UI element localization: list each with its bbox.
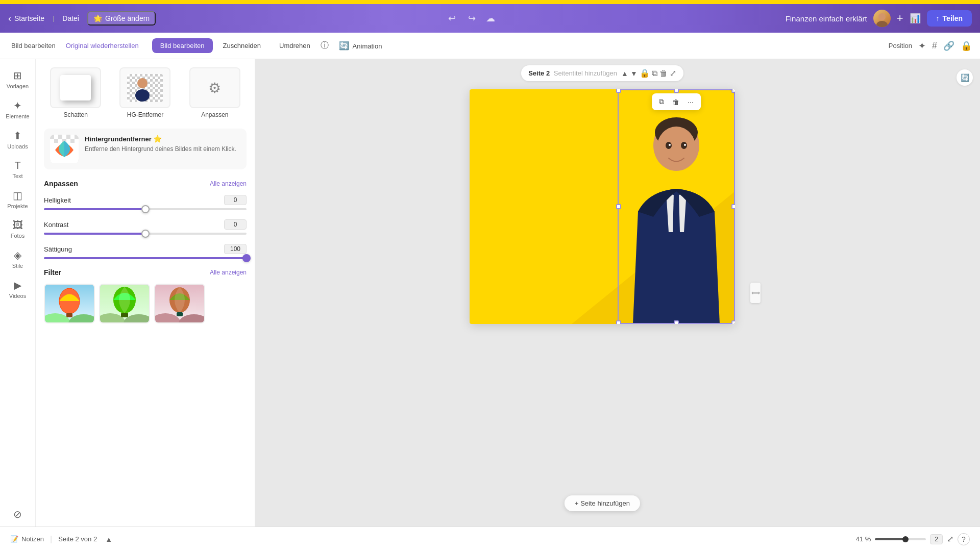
contrast-value[interactable]: 0: [224, 219, 247, 230]
grid-button[interactable]: #: [932, 40, 937, 51]
bg-remover-option[interactable]: HG-Entferner: [119, 67, 170, 118]
brightness-value[interactable]: 0: [224, 195, 247, 205]
float-delete-button[interactable]: 🗑: [669, 96, 682, 108]
help-button[interactable]: ?: [958, 533, 970, 545]
handle-bottom-left[interactable]: [616, 320, 621, 324]
svg-rect-6: [58, 135, 62, 139]
tab-edit-image[interactable]: Bild bearbeiten: [152, 38, 213, 53]
page-down-button[interactable]: ▼: [630, 69, 638, 78]
filter-thumb-1[interactable]: [44, 284, 95, 323]
sidebar-item-elements[interactable]: ✦ Elemente: [0, 95, 35, 123]
sidebar-item-more[interactable]: ⊘: [0, 504, 35, 527]
sidebar-projects-label: Projekte: [7, 203, 28, 209]
sidebar-item-text[interactable]: T Text: [0, 156, 35, 183]
filter-show-all[interactable]: Alle anzeigen: [210, 269, 247, 276]
slide-resize-handle-right[interactable]: ⟺: [750, 283, 761, 303]
right-panel: 🔄: [949, 59, 980, 527]
contrast-slider-row: Kontrast 0: [44, 219, 247, 235]
redo-button[interactable]: ↪: [466, 11, 478, 26]
page-nav-up-button[interactable]: ▲: [103, 533, 114, 545]
adjust-option[interactable]: ⚙ Anpassen: [189, 67, 240, 118]
handle-top-left[interactable]: [616, 89, 621, 93]
notes-button[interactable]: 📝 Notizen: [10, 535, 44, 543]
projects-icon: ◫: [13, 189, 22, 202]
zoom-fill: [875, 538, 905, 540]
fullscreen-button[interactable]: ⤢: [947, 534, 953, 544]
person-image-container[interactable]: 🔄 ⧉ 🗑 ···: [618, 89, 735, 324]
sidebar-item-photos[interactable]: 🖼 Fotos: [0, 215, 35, 243]
handle-bottom-right[interactable]: [731, 320, 735, 324]
zoom-thumb[interactable]: [902, 536, 909, 542]
saturation-track[interactable]: [44, 257, 247, 259]
share-button[interactable]: ↑ Teilen: [927, 10, 972, 27]
lock-button[interactable]: 🔒: [961, 40, 972, 52]
handle-bottom-mid[interactable]: [674, 320, 679, 324]
zoom-slider[interactable]: [875, 538, 926, 540]
right-rotate-button[interactable]: 🔄: [957, 69, 973, 86]
page-expand-button[interactable]: ⤢: [670, 68, 676, 78]
sidebar-templates-label: Vorlagen: [7, 83, 29, 89]
shadow-option[interactable]: Schatten: [50, 67, 101, 118]
sidebar-item-styles[interactable]: ◈ Stile: [0, 245, 35, 273]
edit-image-label: Bild bearbeiten: [8, 40, 59, 52]
resize-button[interactable]: 🌟 Größe ändern: [87, 11, 156, 26]
brightness-track[interactable]: [44, 208, 247, 210]
saturation-label: Sättigung: [44, 245, 72, 253]
add-page-button[interactable]: + Seite hinzufügen: [565, 495, 640, 511]
saturation-value[interactable]: 100: [224, 244, 247, 254]
analytics-button[interactable]: 📊: [910, 13, 921, 24]
text-icon: T: [14, 160, 20, 171]
top-accent-bar: [0, 0, 980, 4]
tab-crop[interactable]: Zuschneiden: [215, 38, 269, 53]
contrast-fill: [44, 233, 145, 235]
zoom-level-label: 41 %: [856, 535, 871, 543]
position-label[interactable]: Position: [889, 42, 912, 49]
page-up-button[interactable]: ▲: [621, 69, 628, 78]
filter-thumb-3[interactable]: [154, 284, 205, 323]
page-title-placeholder[interactable]: Seitentitel hinzufügen: [554, 69, 617, 77]
filter-thumb-2[interactable]: [99, 284, 150, 323]
sidebar-item-uploads[interactable]: ⬆ Uploads: [0, 126, 35, 154]
add-collaborator-button[interactable]: +: [897, 12, 903, 25]
adjust-show-all[interactable]: Alle anzeigen: [210, 180, 247, 187]
bg-remover-card-desc: Entferne den Hintergrund deines Bildes m…: [85, 145, 236, 154]
sidebar-item-templates[interactable]: ⊞ Vorlagen: [0, 65, 35, 93]
wand-button[interactable]: ✦: [918, 40, 926, 52]
notes-label: Notizen: [21, 535, 44, 543]
bg-remover-card-title: Hintergrundentferner ⭐: [85, 135, 236, 143]
cloud-save-button[interactable]: ☁: [486, 13, 495, 24]
link-button[interactable]: 🔗: [943, 40, 954, 52]
sidebar-item-projects[interactable]: ◫ Projekte: [0, 185, 35, 213]
brightness-thumb[interactable]: [141, 205, 150, 213]
file-menu[interactable]: Datei: [62, 14, 79, 22]
undo-button[interactable]: ↩: [446, 11, 458, 26]
float-more-button[interactable]: ···: [684, 96, 697, 108]
contrast-track[interactable]: [44, 233, 247, 235]
shadow-thumb: [50, 67, 101, 108]
page-num-badge: 2: [930, 534, 943, 544]
page-delete-button[interactable]: 🗑: [659, 69, 668, 78]
page-lock-button[interactable]: 🔒: [640, 68, 650, 78]
sidebar-text-label: Text: [12, 173, 22, 179]
bg-remover-card: Hintergrundentferner ⭐ Entferne den Hint…: [44, 129, 247, 169]
float-copy-button[interactable]: ⧉: [656, 95, 667, 108]
contrast-thumb[interactable]: [141, 230, 150, 238]
animation-button[interactable]: 🔄 Animation: [331, 37, 390, 54]
avatar[interactable]: [873, 10, 891, 27]
bg-remover-card-icon: [50, 135, 79, 163]
restore-original-button[interactable]: Original wiederherstellen: [63, 40, 142, 52]
handle-top-mid[interactable]: [674, 89, 679, 93]
contrast-label-row: Kontrast 0: [44, 219, 247, 230]
share-icon: ↑: [936, 14, 940, 22]
info-button[interactable]: ⓘ: [321, 40, 329, 51]
page-count[interactable]: Seite 2 von 2: [58, 535, 97, 543]
sidebar-item-videos[interactable]: ▶ Videos: [0, 275, 35, 303]
handle-mid-right[interactable]: [731, 204, 735, 209]
page-copy-button[interactable]: ⧉: [652, 69, 657, 78]
handle-mid-left[interactable]: [616, 204, 621, 209]
saturation-thumb[interactable]: [242, 254, 251, 262]
svg-rect-11: [70, 139, 75, 143]
tab-flip[interactable]: Umdrehen: [271, 38, 318, 53]
svg-point-3: [135, 89, 150, 102]
back-home-button[interactable]: ‹ Startseite: [8, 13, 44, 24]
